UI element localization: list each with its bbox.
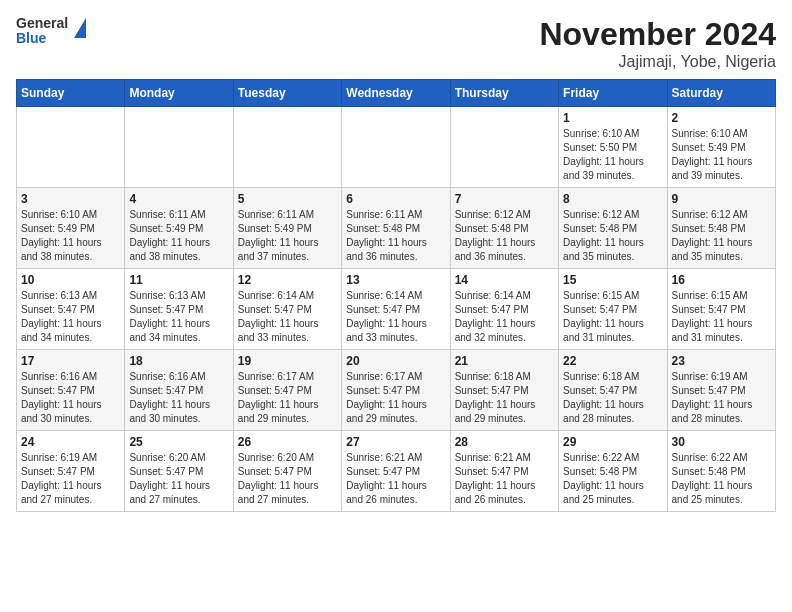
day-number: 3 (21, 192, 120, 206)
day-number: 14 (455, 273, 554, 287)
calendar-cell (17, 107, 125, 188)
day-number: 5 (238, 192, 337, 206)
calendar-cell: 23Sunrise: 6:19 AM Sunset: 5:47 PM Dayli… (667, 350, 775, 431)
day-info: Sunrise: 6:12 AM Sunset: 5:48 PM Dayligh… (455, 208, 554, 264)
day-number: 8 (563, 192, 662, 206)
day-info: Sunrise: 6:22 AM Sunset: 5:48 PM Dayligh… (672, 451, 771, 507)
day-number: 21 (455, 354, 554, 368)
logo-blue: Blue (16, 31, 68, 46)
calendar-cell: 11Sunrise: 6:13 AM Sunset: 5:47 PM Dayli… (125, 269, 233, 350)
day-info: Sunrise: 6:20 AM Sunset: 5:47 PM Dayligh… (238, 451, 337, 507)
day-number: 1 (563, 111, 662, 125)
calendar-cell: 14Sunrise: 6:14 AM Sunset: 5:47 PM Dayli… (450, 269, 558, 350)
day-number: 19 (238, 354, 337, 368)
day-info: Sunrise: 6:17 AM Sunset: 5:47 PM Dayligh… (346, 370, 445, 426)
day-info: Sunrise: 6:11 AM Sunset: 5:48 PM Dayligh… (346, 208, 445, 264)
calendar-cell: 9Sunrise: 6:12 AM Sunset: 5:48 PM Daylig… (667, 188, 775, 269)
calendar-cell: 20Sunrise: 6:17 AM Sunset: 5:47 PM Dayli… (342, 350, 450, 431)
day-info: Sunrise: 6:14 AM Sunset: 5:47 PM Dayligh… (455, 289, 554, 345)
day-number: 11 (129, 273, 228, 287)
calendar-week-row: 3Sunrise: 6:10 AM Sunset: 5:49 PM Daylig… (17, 188, 776, 269)
day-info: Sunrise: 6:13 AM Sunset: 5:47 PM Dayligh… (21, 289, 120, 345)
day-number: 18 (129, 354, 228, 368)
title-section: November 2024 Jajimaji, Yobe, Nigeria (539, 16, 776, 71)
day-number: 10 (21, 273, 120, 287)
calendar-header-monday: Monday (125, 80, 233, 107)
calendar-cell: 7Sunrise: 6:12 AM Sunset: 5:48 PM Daylig… (450, 188, 558, 269)
calendar-header-sunday: Sunday (17, 80, 125, 107)
day-info: Sunrise: 6:20 AM Sunset: 5:47 PM Dayligh… (129, 451, 228, 507)
calendar-week-row: 1Sunrise: 6:10 AM Sunset: 5:50 PM Daylig… (17, 107, 776, 188)
calendar-cell: 19Sunrise: 6:17 AM Sunset: 5:47 PM Dayli… (233, 350, 341, 431)
day-info: Sunrise: 6:13 AM Sunset: 5:47 PM Dayligh… (129, 289, 228, 345)
calendar-week-row: 10Sunrise: 6:13 AM Sunset: 5:47 PM Dayli… (17, 269, 776, 350)
calendar-cell: 29Sunrise: 6:22 AM Sunset: 5:48 PM Dayli… (559, 431, 667, 512)
day-number: 15 (563, 273, 662, 287)
day-number: 2 (672, 111, 771, 125)
day-info: Sunrise: 6:10 AM Sunset: 5:50 PM Dayligh… (563, 127, 662, 183)
calendar-cell: 28Sunrise: 6:21 AM Sunset: 5:47 PM Dayli… (450, 431, 558, 512)
calendar-cell: 17Sunrise: 6:16 AM Sunset: 5:47 PM Dayli… (17, 350, 125, 431)
day-info: Sunrise: 6:17 AM Sunset: 5:47 PM Dayligh… (238, 370, 337, 426)
calendar-header-tuesday: Tuesday (233, 80, 341, 107)
calendar-cell: 16Sunrise: 6:15 AM Sunset: 5:47 PM Dayli… (667, 269, 775, 350)
day-info: Sunrise: 6:16 AM Sunset: 5:47 PM Dayligh… (129, 370, 228, 426)
calendar-header-row: SundayMondayTuesdayWednesdayThursdayFrid… (17, 80, 776, 107)
day-info: Sunrise: 6:22 AM Sunset: 5:48 PM Dayligh… (563, 451, 662, 507)
day-info: Sunrise: 6:16 AM Sunset: 5:47 PM Dayligh… (21, 370, 120, 426)
day-number: 30 (672, 435, 771, 449)
day-info: Sunrise: 6:11 AM Sunset: 5:49 PM Dayligh… (238, 208, 337, 264)
calendar-cell: 10Sunrise: 6:13 AM Sunset: 5:47 PM Dayli… (17, 269, 125, 350)
page-header: General Blue November 2024 Jajimaji, Yob… (16, 16, 776, 71)
calendar-header-saturday: Saturday (667, 80, 775, 107)
page-subtitle: Jajimaji, Yobe, Nigeria (539, 53, 776, 71)
calendar-cell: 25Sunrise: 6:20 AM Sunset: 5:47 PM Dayli… (125, 431, 233, 512)
day-number: 4 (129, 192, 228, 206)
day-number: 23 (672, 354, 771, 368)
day-number: 22 (563, 354, 662, 368)
calendar-cell: 12Sunrise: 6:14 AM Sunset: 5:47 PM Dayli… (233, 269, 341, 350)
calendar-header-thursday: Thursday (450, 80, 558, 107)
day-number: 6 (346, 192, 445, 206)
day-number: 7 (455, 192, 554, 206)
day-info: Sunrise: 6:19 AM Sunset: 5:47 PM Dayligh… (21, 451, 120, 507)
day-number: 20 (346, 354, 445, 368)
page-title: November 2024 (539, 16, 776, 53)
day-number: 17 (21, 354, 120, 368)
calendar-cell: 4Sunrise: 6:11 AM Sunset: 5:49 PM Daylig… (125, 188, 233, 269)
day-number: 25 (129, 435, 228, 449)
calendar-cell: 3Sunrise: 6:10 AM Sunset: 5:49 PM Daylig… (17, 188, 125, 269)
calendar-cell: 21Sunrise: 6:18 AM Sunset: 5:47 PM Dayli… (450, 350, 558, 431)
calendar-cell: 2Sunrise: 6:10 AM Sunset: 5:49 PM Daylig… (667, 107, 775, 188)
calendar-cell: 1Sunrise: 6:10 AM Sunset: 5:50 PM Daylig… (559, 107, 667, 188)
day-number: 29 (563, 435, 662, 449)
day-info: Sunrise: 6:12 AM Sunset: 5:48 PM Dayligh… (672, 208, 771, 264)
calendar-cell (450, 107, 558, 188)
calendar-cell: 18Sunrise: 6:16 AM Sunset: 5:47 PM Dayli… (125, 350, 233, 431)
calendar-cell: 22Sunrise: 6:18 AM Sunset: 5:47 PM Dayli… (559, 350, 667, 431)
day-number: 16 (672, 273, 771, 287)
day-number: 26 (238, 435, 337, 449)
calendar-cell: 13Sunrise: 6:14 AM Sunset: 5:47 PM Dayli… (342, 269, 450, 350)
calendar-cell: 8Sunrise: 6:12 AM Sunset: 5:48 PM Daylig… (559, 188, 667, 269)
calendar-cell: 30Sunrise: 6:22 AM Sunset: 5:48 PM Dayli… (667, 431, 775, 512)
logo-general: General (16, 16, 68, 31)
day-info: Sunrise: 6:21 AM Sunset: 5:47 PM Dayligh… (455, 451, 554, 507)
logo-text: General Blue (16, 16, 68, 47)
calendar-cell: 6Sunrise: 6:11 AM Sunset: 5:48 PM Daylig… (342, 188, 450, 269)
calendar-cell: 26Sunrise: 6:20 AM Sunset: 5:47 PM Dayli… (233, 431, 341, 512)
day-info: Sunrise: 6:11 AM Sunset: 5:49 PM Dayligh… (129, 208, 228, 264)
day-info: Sunrise: 6:15 AM Sunset: 5:47 PM Dayligh… (672, 289, 771, 345)
day-number: 28 (455, 435, 554, 449)
day-info: Sunrise: 6:14 AM Sunset: 5:47 PM Dayligh… (238, 289, 337, 345)
calendar-header-friday: Friday (559, 80, 667, 107)
day-number: 9 (672, 192, 771, 206)
calendar-cell: 27Sunrise: 6:21 AM Sunset: 5:47 PM Dayli… (342, 431, 450, 512)
logo: General Blue (16, 16, 86, 47)
day-info: Sunrise: 6:14 AM Sunset: 5:47 PM Dayligh… (346, 289, 445, 345)
calendar-cell: 15Sunrise: 6:15 AM Sunset: 5:47 PM Dayli… (559, 269, 667, 350)
calendar-cell (233, 107, 341, 188)
day-info: Sunrise: 6:15 AM Sunset: 5:47 PM Dayligh… (563, 289, 662, 345)
calendar-cell (125, 107, 233, 188)
day-number: 13 (346, 273, 445, 287)
